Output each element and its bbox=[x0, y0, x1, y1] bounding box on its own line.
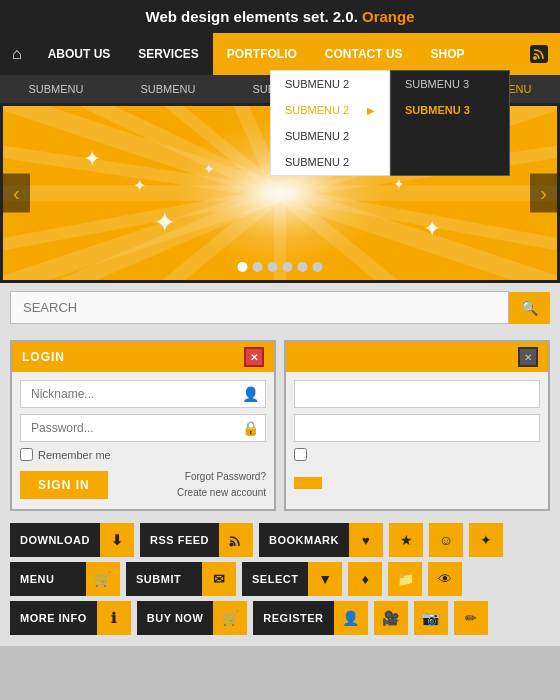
menu-label: MENU bbox=[10, 573, 86, 585]
remember-label: Remember me bbox=[38, 449, 111, 461]
main-nav: ⌂ ABOUT US SERVICES PORTFOLIO CONTACT US… bbox=[0, 33, 560, 75]
dropdown-sub-item-1[interactable]: SUBMENU 3 bbox=[391, 71, 509, 97]
login-header: LOGIN ✕ bbox=[12, 342, 274, 372]
cart-icon: 🛒 bbox=[213, 601, 247, 635]
submenu-1[interactable]: SUBMENU bbox=[0, 77, 112, 101]
dot-6[interactable] bbox=[313, 262, 323, 272]
svg-point-23 bbox=[230, 543, 234, 547]
right-box-header: ✕ bbox=[286, 342, 548, 372]
more-info-label: MORE INFO bbox=[10, 612, 97, 624]
login-title: LOGIN bbox=[22, 350, 65, 364]
nav-item-services[interactable]: SERVICES bbox=[124, 33, 212, 75]
sparkle-3: ✦ bbox=[153, 206, 176, 239]
folder-button[interactable]: 📁 bbox=[388, 562, 422, 596]
nav-item-shop[interactable]: SHOP bbox=[417, 33, 479, 75]
rss-feed-label: RSS FEED bbox=[140, 534, 219, 546]
dropdown-sub-item-2[interactable]: SUBMENU 3 bbox=[391, 97, 509, 123]
dot-3[interactable] bbox=[268, 262, 278, 272]
submit-label: SUBMIT bbox=[126, 573, 202, 585]
dropdown-item-2[interactable]: SUBMENU 2 ▶ bbox=[271, 97, 389, 123]
submenu-2[interactable]: SUBMENU bbox=[112, 77, 224, 101]
dot-4[interactable] bbox=[283, 262, 293, 272]
right-checkbox-row bbox=[294, 448, 540, 461]
video-button[interactable]: 🎥 bbox=[374, 601, 408, 635]
password-input[interactable] bbox=[27, 415, 242, 441]
register-label: REGISTER bbox=[253, 612, 333, 624]
menu-icon: 🛒 bbox=[86, 562, 120, 596]
bookmark-button[interactable]: BOOKMARK ♥ bbox=[259, 523, 383, 557]
btn-row-3: MORE INFO ℹ BUY NOW 🛒 REGISTER 👤 🎥 📷 ✏ bbox=[10, 601, 550, 635]
forgot-links: Forgot Password? Create new account bbox=[177, 469, 266, 501]
dropdown-col2: SUBMENU 3 SUBMENU 3 bbox=[390, 70, 510, 176]
dropdown-item-3[interactable]: SUBMENU 2 bbox=[271, 123, 389, 149]
download-button[interactable]: DOWNLOAD ⬇ bbox=[10, 523, 134, 557]
nav-rss[interactable] bbox=[518, 33, 560, 75]
smiley-button[interactable]: ☺ bbox=[429, 523, 463, 557]
password-row: 🔒 bbox=[20, 414, 266, 442]
page-header: Web design elements set. 2.0. Orange bbox=[0, 0, 560, 33]
login-body: 👤 🔒 Remember me SIGN IN Forgot Password?… bbox=[12, 372, 274, 509]
select-button[interactable]: SELECT ▼ bbox=[242, 562, 342, 596]
arrow-right-icon: ▶ bbox=[367, 105, 375, 116]
right-box: ✕ bbox=[284, 340, 550, 511]
register-user-icon: 👤 bbox=[334, 601, 368, 635]
dot-2[interactable] bbox=[253, 262, 263, 272]
diamond-button[interactable]: ♦ bbox=[348, 562, 382, 596]
nav-home[interactable]: ⌂ bbox=[0, 33, 34, 75]
buy-now-button[interactable]: BUY NOW 🛒 bbox=[137, 601, 247, 635]
two-col-section: LOGIN ✕ 👤 🔒 Remember me SIGN IN Forgot P… bbox=[0, 332, 560, 519]
star-button[interactable]: ★ bbox=[389, 523, 423, 557]
right-box-close-button[interactable]: ✕ bbox=[518, 347, 538, 367]
rss-icon bbox=[530, 45, 548, 63]
search-button[interactable]: 🔍 bbox=[509, 292, 550, 324]
dot-1[interactable] bbox=[238, 262, 248, 272]
header-highlight: Orange bbox=[362, 8, 415, 25]
right-checkbox[interactable] bbox=[294, 448, 307, 461]
dot-5[interactable] bbox=[298, 262, 308, 272]
nav-item-portfolio[interactable]: PORTFOLIO bbox=[213, 33, 311, 75]
cursor-button[interactable]: ✦ bbox=[469, 523, 503, 557]
camera-button[interactable]: 📷 bbox=[414, 601, 448, 635]
user-icon: 👤 bbox=[242, 386, 259, 402]
search-section: 🔍 bbox=[0, 283, 560, 332]
nav-item-contact[interactable]: CONTACT US bbox=[311, 33, 417, 75]
nav-services-label: SERVICES bbox=[138, 47, 198, 61]
register-button[interactable]: REGISTER 👤 bbox=[253, 601, 367, 635]
dropdown-item-4[interactable]: SUBMENU 2 bbox=[271, 149, 389, 175]
btn-row-2: MENU 🛒 SUBMIT ✉ SELECT ▼ ♦ 📁 👁 bbox=[10, 562, 550, 596]
slider-dots bbox=[238, 262, 323, 272]
dropdown-item-1[interactable]: SUBMENU 2 bbox=[271, 71, 389, 97]
pen-button[interactable]: ✏ bbox=[454, 601, 488, 635]
sparkle-6: ✦ bbox=[393, 176, 405, 192]
signin-button[interactable]: SIGN IN bbox=[20, 471, 108, 499]
nickname-input[interactable] bbox=[27, 381, 242, 407]
nickname-row: 👤 bbox=[20, 380, 266, 408]
create-account-link[interactable]: Create new account bbox=[177, 485, 266, 501]
search-input[interactable] bbox=[10, 291, 509, 324]
dropdown-menu: SUBMENU 2 SUBMENU 2 ▶ SUBMENU 2 SUBMENU … bbox=[270, 70, 510, 176]
rss-feed-button[interactable]: RSS FEED bbox=[140, 523, 253, 557]
header-title: Web design elements set. 2.0. bbox=[146, 8, 358, 25]
info-icon: ℹ bbox=[97, 601, 131, 635]
right-submit-button[interactable] bbox=[294, 477, 322, 489]
bookmark-label: BOOKMARK bbox=[259, 534, 349, 546]
sparkle-7: ✦ bbox=[423, 216, 441, 242]
menu-button[interactable]: MENU 🛒 bbox=[10, 562, 120, 596]
submit-icon: ✉ bbox=[202, 562, 236, 596]
slider-prev-button[interactable]: ‹ bbox=[3, 174, 30, 213]
right-input-1[interactable] bbox=[294, 380, 540, 408]
submit-button[interactable]: SUBMIT ✉ bbox=[126, 562, 236, 596]
nav-item-about[interactable]: ABOUT US bbox=[34, 33, 125, 75]
more-info-button[interactable]: MORE INFO ℹ bbox=[10, 601, 131, 635]
nav-about-label: ABOUT US bbox=[48, 47, 111, 61]
eye-button[interactable]: 👁 bbox=[428, 562, 462, 596]
login-close-button[interactable]: ✕ bbox=[244, 347, 264, 367]
forgot-password-link[interactable]: Forgot Password? bbox=[177, 469, 266, 485]
remember-row: Remember me bbox=[20, 448, 266, 461]
download-icon: ⬇ bbox=[100, 523, 134, 557]
sparkle-4: ✦ bbox=[203, 161, 215, 177]
remember-checkbox[interactable] bbox=[20, 448, 33, 461]
sparkle-1: ✦ bbox=[83, 146, 101, 172]
slider-next-button[interactable]: › bbox=[530, 174, 557, 213]
right-input-2[interactable] bbox=[294, 414, 540, 442]
